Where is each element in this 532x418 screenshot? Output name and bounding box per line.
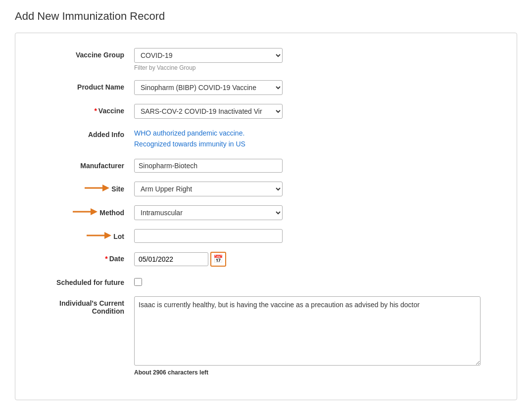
lot-row: Lot — [25, 229, 507, 243]
scheduled-row: Scheduled for future — [25, 276, 507, 287]
site-select[interactable]: Arm Upper Right Arm Upper Left Arm Lower… — [134, 182, 283, 196]
method-row: Method Intramuscular Subcutaneous Intrad… — [25, 205, 507, 220]
chars-left: About 2906 characters left — [134, 369, 481, 376]
vaccine-row: *Vaccine SARS-COV-2 COVID-19 Inactivated… — [25, 104, 507, 119]
vaccine-group-field: COVID-19 Influenza Hepatitis B MMR Filte… — [134, 48, 332, 71]
vaccine-group-label: Vaccine Group — [25, 48, 134, 59]
lot-field — [134, 229, 332, 243]
added-info-label: Added Info — [25, 128, 134, 139]
date-field: 📅 — [134, 252, 332, 267]
product-name-select[interactable]: Sinopharm (BIBP) COVID-19 Vaccine Pfizer… — [134, 80, 283, 95]
vaccine-group-hint: Filter by Vaccine Group — [134, 64, 332, 71]
form-card: Vaccine Group COVID-19 Influenza Hepatit… — [15, 33, 517, 400]
product-name-label: Product Name — [25, 80, 134, 91]
vaccine-group-row: Vaccine Group COVID-19 Influenza Hepatit… — [25, 48, 507, 71]
lot-input[interactable] — [134, 229, 283, 243]
date-label: *Date — [25, 252, 134, 263]
manufacturer-label: Manufacturer — [25, 159, 134, 170]
date-row: *Date 📅 — [25, 252, 507, 267]
page-title: Add New Immunization Record — [15, 10, 517, 23]
vaccine-select[interactable]: SARS-COV-2 COVID-19 Inactivated Vir Othe… — [134, 104, 283, 119]
added-info-text: WHO authorized pandemic vaccine. Recogni… — [134, 128, 332, 150]
product-name-row: Product Name Sinopharm (BIBP) COVID-19 V… — [25, 80, 507, 95]
added-info-line1: WHO authorized pandemic vaccine. — [134, 128, 332, 139]
site-arrow-icon — [85, 185, 109, 191]
calendar-icon: 📅 — [213, 254, 223, 264]
site-field: Arm Upper Right Arm Upper Left Arm Lower… — [134, 182, 332, 196]
method-arrow-icon — [73, 208, 97, 215]
condition-label: Individual's Current Condition — [25, 296, 134, 315]
date-input[interactable] — [134, 252, 208, 266]
lot-label: Lot — [25, 229, 134, 240]
manufacturer-row: Manufacturer — [25, 159, 507, 173]
site-row: Site Arm Upper Right Arm Upper Left Arm … — [25, 182, 507, 196]
method-field: Intramuscular Subcutaneous Intradermal O… — [134, 205, 332, 220]
lot-arrow-icon — [87, 232, 111, 239]
condition-field: Isaac is currently healthy, but is havin… — [134, 296, 481, 376]
scheduled-field — [134, 276, 332, 287]
vaccine-group-select[interactable]: COVID-19 Influenza Hepatitis B MMR — [134, 48, 283, 63]
vaccine-label: *Vaccine — [25, 104, 134, 115]
date-row-inner: 📅 — [134, 252, 332, 267]
vaccine-field: SARS-COV-2 COVID-19 Inactivated Vir Othe… — [134, 104, 332, 119]
condition-textarea[interactable]: Isaac is currently healthy, but is havin… — [134, 296, 481, 366]
calendar-button[interactable]: 📅 — [210, 252, 226, 267]
scheduled-label: Scheduled for future — [25, 276, 134, 286]
manufacturer-field — [134, 159, 332, 173]
added-info-line2: Recognized towards immunity in US — [134, 139, 332, 149]
date-required-star: * — [105, 255, 107, 263]
method-label: Method — [25, 205, 134, 217]
scheduled-checkbox[interactable] — [134, 278, 142, 286]
added-info-row: Added Info WHO authorized pandemic vacci… — [25, 128, 507, 150]
method-select[interactable]: Intramuscular Subcutaneous Intradermal O… — [134, 205, 283, 220]
condition-row: Individual's Current Condition Isaac is … — [25, 296, 507, 376]
vaccine-required-star: * — [94, 107, 97, 115]
product-name-field: Sinopharm (BIBP) COVID-19 Vaccine Pfizer… — [134, 80, 332, 95]
added-info-field: WHO authorized pandemic vaccine. Recogni… — [134, 128, 332, 150]
site-label: Site — [25, 182, 134, 193]
manufacturer-input[interactable] — [134, 159, 283, 173]
page-container: Add New Immunization Record Vaccine Grou… — [0, 0, 532, 418]
